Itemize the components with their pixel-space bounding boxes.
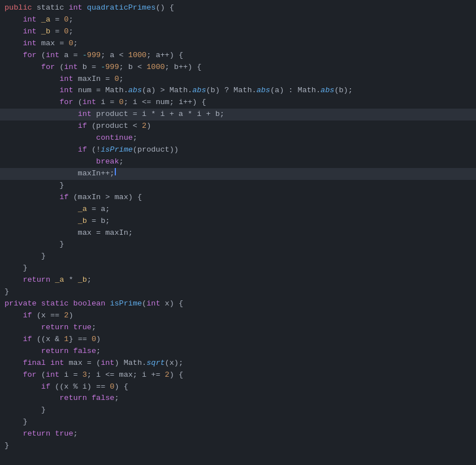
code-line: if ((x % i) == 0) {: [0, 381, 476, 393]
code-editor: public static int quadraticPrimes() { in…: [0, 0, 476, 454]
code-line: if (product < 2): [0, 120, 476, 132]
code-line: return true;: [0, 428, 476, 440]
text-cursor: [115, 168, 116, 176]
code-line: }: [0, 239, 476, 251]
code-line: max = maxIn;: [0, 227, 476, 239]
code-line: return false;: [0, 346, 476, 358]
code-line: _a = a;: [0, 204, 476, 216]
code-line: }: [0, 286, 476, 298]
code-line: }: [0, 262, 476, 274]
code-line: if (maxIn > max) {: [0, 192, 476, 204]
code-line: }: [0, 416, 476, 428]
code-line: for (int b = -999; b < 1000; b++) {: [0, 62, 476, 74]
code-line: for (int i = 3; i <= max; i += 2) {: [0, 369, 476, 381]
code-line: int _a = 0;: [0, 14, 476, 26]
code-line: return false;: [0, 393, 476, 404]
code-line: }: [0, 251, 476, 262]
code-line: if ((x & 1} == 0): [0, 334, 476, 346]
code-line: final int max = (int) Math.sqrt(x);: [0, 358, 476, 369]
code-line: public static int quadraticPrimes() {: [0, 2, 476, 14]
code-line: break;: [0, 156, 476, 168]
code-line: maxIn++;: [0, 168, 476, 180]
code-line: }: [0, 180, 476, 192]
code-line: }: [0, 404, 476, 416]
code-line: int num = Math.abs(a) > Math.abs(b) ? Ma…: [0, 85, 476, 97]
code-line: if (x == 2): [0, 310, 476, 322]
code-line: if (!isPrime(product)): [0, 144, 476, 156]
code-line: return _a * _b;: [0, 274, 476, 286]
code-line: int product = i * i + a * i + b;: [0, 109, 476, 120]
code-line: return true;: [0, 322, 476, 334]
code-line: }: [0, 440, 476, 452]
code-line: private static boolean isPrime(int x) {: [0, 298, 476, 310]
code-line: int _b = 0;: [0, 26, 476, 38]
code-line: _b = b;: [0, 216, 476, 227]
code-line: for (int a = -999; a < 1000; a++) {: [0, 50, 476, 62]
code-line: int max = 0;: [0, 38, 476, 50]
code-line: continue;: [0, 132, 476, 144]
code-line: for (int i = 0; i <= num; i++) {: [0, 97, 476, 109]
code-line: int maxIn = 0;: [0, 74, 476, 85]
